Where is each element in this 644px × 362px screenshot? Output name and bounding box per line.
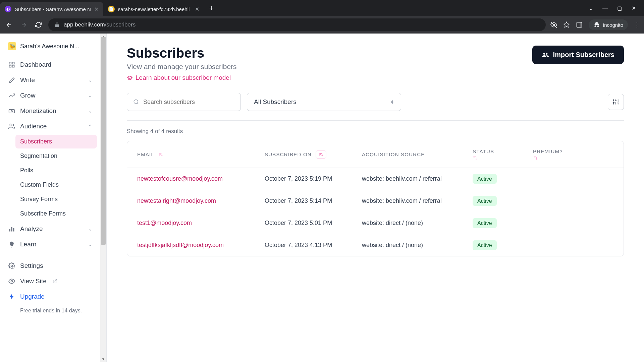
column-header-premium[interactable]: PREMIUM? <box>533 148 613 160</box>
cell-email[interactable]: newtestofcousre@moodjoy.com <box>137 175 265 182</box>
sidebar-subitem-custom-fields[interactable]: Custom Fields <box>15 178 97 192</box>
reload-button[interactable] <box>34 20 44 30</box>
sidebar-scrollbar[interactable]: ▲ ▼ <box>100 34 106 362</box>
svg-point-16 <box>134 100 138 104</box>
cell-source: website: direct / (none) <box>362 220 473 227</box>
svg-rect-4 <box>9 62 11 64</box>
incognito-badge[interactable]: Incognito <box>589 19 628 30</box>
tab-favicon: ◐ <box>5 6 11 12</box>
close-icon[interactable]: ✕ <box>94 6 99 12</box>
column-header-acquisition-source[interactable]: ACQUISITION SOURCE <box>362 152 473 157</box>
cell-email[interactable]: newtestalright@moodjoy.com <box>137 197 265 204</box>
sidebar-item-learn[interactable]: Learn ⌄ <box>3 237 97 252</box>
new-tab-button[interactable]: + <box>204 4 219 12</box>
sidebar-item-label: Settings <box>20 262 43 269</box>
sidebar-subitem-survey-forms[interactable]: Survey Forms <box>15 192 97 206</box>
close-window-icon[interactable]: ✕ <box>632 5 636 11</box>
column-settings-button[interactable] <box>608 94 624 110</box>
sort-icon-active[interactable] <box>316 150 326 159</box>
import-subscribers-button[interactable]: Import Subscribers <box>532 46 624 64</box>
chevron-down-icon: ⌄ <box>88 108 92 114</box>
table-row[interactable]: newtestofcousre@moodjoy.comOctober 7, 20… <box>127 168 624 190</box>
learn-link-text: Learn about our subscriber model <box>136 74 231 81</box>
star-icon[interactable] <box>563 21 570 28</box>
svg-rect-12 <box>11 227 12 232</box>
import-button-label: Import Subscribers <box>553 51 614 59</box>
sidebar-bottom: Settings View Site Upgrade Free trial en… <box>3 258 97 317</box>
table-row[interactable]: testjdlfksjafkljsdfl@moodjoy.comOctober … <box>127 234 624 256</box>
url-input[interactable]: app.beehiiv.com/subscribers <box>48 18 546 31</box>
chevron-down-icon: ⌄ <box>88 93 92 98</box>
tab-dropdown-icon[interactable]: ⌄ <box>589 5 593 11</box>
cell-email[interactable]: test1@moodjoy.com <box>137 220 265 227</box>
browser-tab[interactable]: 📄 sarahs-newsletter-fd732b.beehii ✕ <box>103 2 204 16</box>
menu-icon[interactable]: ⋮ <box>634 21 640 28</box>
sidebar-item-dashboard[interactable]: Dashboard <box>3 57 97 72</box>
svg-point-10 <box>10 124 12 126</box>
sidebar-item-audience[interactable]: Audience ⌃ <box>3 119 97 134</box>
sidebar-item-label: Grow <box>20 92 35 99</box>
sort-icon[interactable] <box>533 156 538 160</box>
page-header-text: Subscribers View and manage your subscri… <box>127 46 237 81</box>
sidebar-item-upgrade[interactable]: Upgrade <box>3 289 97 304</box>
chevron-down-icon: ⌄ <box>88 226 92 232</box>
column-header-email[interactable]: EMAIL <box>137 152 265 157</box>
url-text: app.beehiiv.com/subscribers <box>64 21 136 28</box>
svg-rect-5 <box>12 62 14 64</box>
sidebar-item-label: Upgrade <box>20 293 45 300</box>
scrollbar-thumb[interactable] <box>101 37 106 245</box>
sidebar-subnav-audience: Subscribers Segmentation Polls Custom Fi… <box>3 135 97 221</box>
workspace-switcher[interactable]: 🐝 Sarah's Awesome N... <box>3 40 97 57</box>
eye-off-icon[interactable] <box>550 21 557 28</box>
status-badge: Active <box>473 218 497 228</box>
browser-tab-strip: ◐ Subscribers - Sarah's Awesome N ✕ 📄 sa… <box>0 0 644 16</box>
sidebar-subitem-segmentation[interactable]: Segmentation <box>15 149 97 163</box>
sliders-icon <box>612 99 619 105</box>
main-content: Subscribers View and manage your subscri… <box>107 34 644 362</box>
svg-line-17 <box>137 103 138 104</box>
sidebar-item-monetization[interactable]: Monetization ⌄ <box>3 103 97 119</box>
sidebar-item-grow[interactable]: Grow ⌄ <box>3 88 97 103</box>
gear-icon <box>8 262 15 269</box>
svg-point-9 <box>11 111 12 112</box>
status-badge: Active <box>473 196 497 206</box>
tab-favicon: 📄 <box>108 6 115 12</box>
sidebar-item-settings[interactable]: Settings <box>3 258 97 274</box>
close-icon[interactable]: ✕ <box>195 6 199 12</box>
table-body: newtestofcousre@moodjoy.comOctober 7, 20… <box>127 168 624 256</box>
column-header-status[interactable]: STATUS <box>473 148 533 160</box>
forward-button[interactable] <box>19 20 29 30</box>
panel-icon[interactable] <box>576 21 583 28</box>
svg-point-15 <box>11 281 13 282</box>
cell-email[interactable]: testjdlfksjafkljsdfl@moodjoy.com <box>137 242 265 249</box>
trial-notice: Free trial ends in 14 days. <box>3 304 97 317</box>
workspace-name: Sarah's Awesome N... <box>20 43 79 50</box>
sidebar-item-label: Monetization <box>20 107 56 115</box>
table-row[interactable]: newtestalright@moodjoy.comOctober 7, 202… <box>127 190 624 212</box>
sidebar-subitem-subscribers[interactable]: Subscribers <box>15 135 97 148</box>
lightbulb-icon <box>8 241 15 248</box>
cell-status: Active <box>473 220 533 227</box>
column-header-subscribed-on[interactable]: SUBSCRIBED ON <box>265 150 362 159</box>
sort-icon[interactable] <box>473 156 477 160</box>
learn-more-link[interactable]: Learn about our subscriber model <box>127 74 237 81</box>
search-input[interactable] <box>143 99 234 106</box>
column-label: ACQUISITION SOURCE <box>362 152 425 157</box>
sidebar-item-write[interactable]: Write ⌄ <box>3 72 97 88</box>
chevron-up-icon: ⌃ <box>88 124 92 129</box>
search-input-wrapper[interactable] <box>127 93 241 111</box>
maximize-icon[interactable]: ▢ <box>617 5 622 11</box>
sidebar-item-analyze[interactable]: Analyze ⌄ <box>3 221 97 237</box>
pencil-icon <box>8 77 15 83</box>
external-link-icon <box>53 279 57 284</box>
back-button[interactable] <box>4 20 14 30</box>
table-row[interactable]: test1@moodjoy.comOctober 7, 2023 5:01 PM… <box>127 212 624 234</box>
minimize-icon[interactable]: — <box>602 5 608 11</box>
sort-icon[interactable] <box>158 152 163 157</box>
sidebar-subitem-polls[interactable]: Polls <box>15 164 97 177</box>
browser-tab-active[interactable]: ◐ Subscribers - Sarah's Awesome N ✕ <box>0 2 103 16</box>
segment-filter-select[interactable]: All Subscribers ▲▼ <box>247 93 401 111</box>
scroll-down-icon[interactable]: ▼ <box>100 356 106 362</box>
sidebar-item-view-site[interactable]: View Site <box>3 274 97 289</box>
sidebar-subitem-subscribe-forms[interactable]: Subscribe Forms <box>15 207 97 221</box>
